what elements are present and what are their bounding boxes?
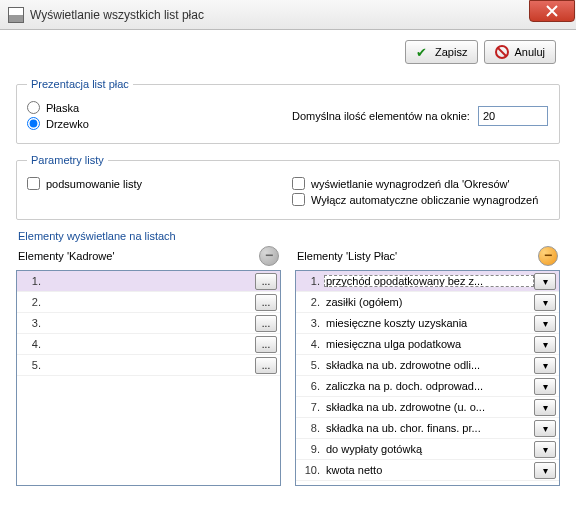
check-disable-auto-label: Wyłącz automatyczne obliczanie wynagrodz… [311, 194, 538, 206]
row-text: składka na ub. zdrowotne (u. o... [324, 401, 534, 413]
list-item[interactable]: 2. ... [17, 292, 280, 313]
payroll-remove-button[interactable]: − [538, 246, 558, 266]
ellipsis-button[interactable]: ... [255, 273, 277, 290]
dropdown-button[interactable]: ▾ [534, 378, 556, 395]
elements-legend: Elementy wyświetlane na listach [18, 230, 558, 242]
check-disable-auto[interactable]: Wyłącz automatyczne obliczanie wynagrodz… [292, 193, 549, 206]
dropdown-button[interactable]: ▾ [534, 462, 556, 479]
window-title: Wyświetlanie wszystkich list płac [30, 8, 529, 22]
dropdown-button[interactable]: ▾ [534, 420, 556, 437]
row-number: 7. [296, 401, 324, 413]
dropdown-button[interactable]: ▾ [534, 294, 556, 311]
row-text: przychód opodatkowany bez z... [324, 275, 534, 287]
hr-listbox[interactable]: 1. ... 2. ... 3. ... 4. ... [16, 270, 281, 486]
cancel-button[interactable]: Anuluj [484, 40, 556, 64]
list-item[interactable]: 3. miesięczne koszty uzyskania ▾ [296, 313, 559, 334]
save-label: Zapisz [435, 46, 467, 58]
row-number: 2. [17, 296, 45, 308]
list-item[interactable]: 8. składka na ub. chor. finans. pr... ▾ [296, 418, 559, 439]
check-disable-auto-input[interactable] [292, 193, 305, 206]
ellipsis-button[interactable]: ... [255, 357, 277, 374]
close-icon [546, 5, 558, 17]
row-number: 3. [296, 317, 324, 329]
list-item[interactable]: 2. zasiłki (ogółem) ▾ [296, 292, 559, 313]
dropdown-button[interactable]: ▾ [534, 441, 556, 458]
hr-header: Elementy 'Kadrowe' [18, 250, 115, 262]
save-button[interactable]: Zapisz [405, 40, 478, 64]
row-text: kwota netto [324, 464, 534, 476]
row-text: zasiłki (ogółem) [324, 296, 534, 308]
radio-flat-input[interactable] [27, 101, 40, 114]
dropdown-button[interactable]: ▾ [534, 357, 556, 374]
payroll-column: Elementy 'Listy Płac' − 1. przychód opod… [295, 246, 560, 486]
list-item[interactable]: 5. ... [17, 355, 280, 376]
row-text: zaliczka na p. doch. odprowad... [324, 380, 534, 392]
list-item[interactable]: 9. do wypłaty gotówką ▾ [296, 439, 559, 460]
titlebar: Wyświetlanie wszystkich list płac [0, 0, 576, 30]
row-text: miesięczne koszty uzyskania [324, 317, 534, 329]
dropdown-button[interactable]: ▾ [534, 399, 556, 416]
hr-column: Elementy 'Kadrowe' − 1. ... 2. ... 3. .. [16, 246, 281, 486]
default-count-input[interactable] [478, 106, 548, 126]
row-number: 4. [17, 338, 45, 350]
row-number: 10. [296, 464, 324, 476]
row-number: 1. [17, 275, 45, 287]
radio-flat-label: Płaska [46, 102, 79, 114]
payroll-listbox[interactable]: 1. przychód opodatkowany bez z... ▾ 2. z… [295, 270, 560, 486]
row-number: 8. [296, 422, 324, 434]
ellipsis-button[interactable]: ... [255, 294, 277, 311]
list-item[interactable]: 4. miesięczna ulga podatkowa ▾ [296, 334, 559, 355]
minus-icon: − [265, 248, 273, 262]
dropdown-button[interactable]: ▾ [534, 336, 556, 353]
radio-tree-label: Drzewko [46, 118, 89, 130]
radio-tree-input[interactable] [27, 117, 40, 130]
row-text: do wypłaty gotówką [324, 443, 534, 455]
row-number: 5. [296, 359, 324, 371]
close-button[interactable] [529, 0, 575, 22]
check-summary[interactable]: podsumowanie listy [27, 177, 284, 190]
list-item[interactable]: 1. przychód opodatkowany bez z... ▾ [296, 271, 559, 292]
list-item[interactable]: 10. kwota netto ▾ [296, 460, 559, 481]
cancel-label: Anuluj [514, 46, 545, 58]
list-item[interactable]: 3. ... [17, 313, 280, 334]
check-summary-label: podsumowanie listy [46, 178, 142, 190]
presentation-legend: Prezentacja list płac [27, 78, 133, 90]
params-group: Parametry listy podsumowanie listy wyświ… [16, 154, 560, 220]
ellipsis-button[interactable]: ... [255, 315, 277, 332]
row-number: 1. [296, 275, 324, 287]
check-periods-input[interactable] [292, 177, 305, 190]
row-number: 3. [17, 317, 45, 329]
check-summary-input[interactable] [27, 177, 40, 190]
list-item[interactable]: 4. ... [17, 334, 280, 355]
row-number: 5. [17, 359, 45, 371]
radio-flat[interactable]: Płaska [27, 101, 284, 114]
cancel-icon [495, 45, 509, 59]
app-icon [8, 7, 24, 23]
row-number: 9. [296, 443, 324, 455]
dropdown-button[interactable]: ▾ [534, 315, 556, 332]
list-item[interactable]: 6. zaliczka na p. doch. odprowad... ▾ [296, 376, 559, 397]
list-item[interactable]: 7. składka na ub. zdrowotne (u. o... ▾ [296, 397, 559, 418]
hr-remove-button[interactable]: − [259, 246, 279, 266]
list-item[interactable]: 1. ... [17, 271, 280, 292]
radio-tree[interactable]: Drzewko [27, 117, 284, 130]
row-text: składka na ub. chor. finans. pr... [324, 422, 534, 434]
row-number: 2. [296, 296, 324, 308]
payroll-header: Elementy 'Listy Płac' [297, 250, 397, 262]
check-icon [416, 45, 430, 59]
row-number: 6. [296, 380, 324, 392]
row-number: 4. [296, 338, 324, 350]
presentation-group: Prezentacja list płac Płaska Drzewko Dom… [16, 78, 560, 144]
check-periods[interactable]: wyświetlanie wynagrodzeń dla 'Okresów' [292, 177, 549, 190]
params-legend: Parametry listy [27, 154, 108, 166]
list-item[interactable]: 5. składka na ub. zdrowotne odli... ▾ [296, 355, 559, 376]
ellipsis-button[interactable]: ... [255, 336, 277, 353]
minus-icon: − [544, 248, 552, 262]
row-text: miesięczna ulga podatkowa [324, 338, 534, 350]
toolbar: Zapisz Anuluj [10, 40, 566, 72]
check-periods-label: wyświetlanie wynagrodzeń dla 'Okresów' [311, 178, 510, 190]
dropdown-button[interactable]: ▾ [534, 273, 556, 290]
default-count-label: Domyślna ilość elementów na oknie: [292, 110, 470, 122]
row-text: składka na ub. zdrowotne odli... [324, 359, 534, 371]
